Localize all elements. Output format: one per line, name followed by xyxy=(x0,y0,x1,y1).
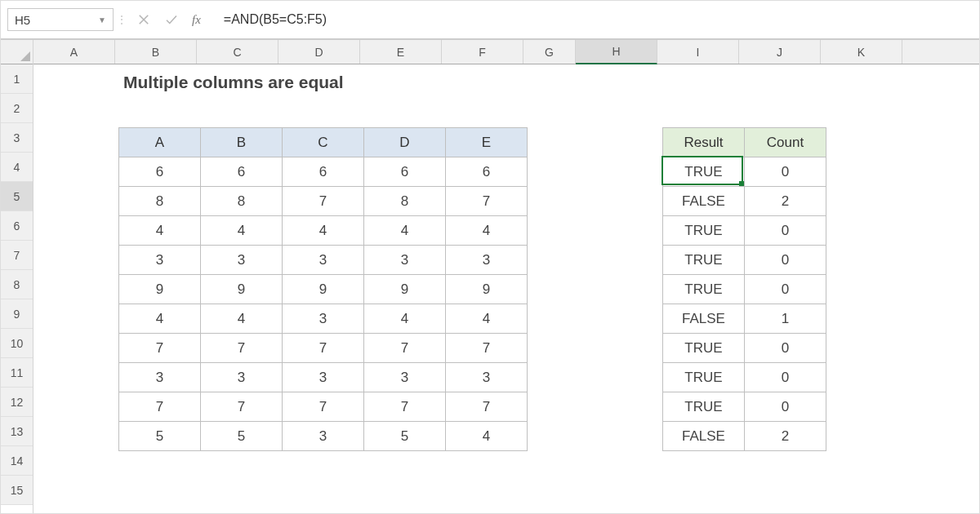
table-cell[interactable]: 4 xyxy=(446,304,528,334)
row-header-11[interactable]: 11 xyxy=(1,358,33,388)
column-header-i[interactable]: I xyxy=(657,40,739,64)
table-cell[interactable]: 0 xyxy=(745,392,826,422)
table-cell[interactable]: 7 xyxy=(201,334,283,363)
row-header-10[interactable]: 10 xyxy=(1,329,33,358)
table-header[interactable]: B xyxy=(201,128,283,157)
table-cell[interactable]: 3 xyxy=(201,363,283,392)
table-header[interactable]: Result xyxy=(663,128,745,157)
table-cell[interactable]: 4 xyxy=(119,304,201,334)
row-header-13[interactable]: 13 xyxy=(1,417,33,446)
table-cell[interactable]: 5 xyxy=(119,422,201,451)
table-cell[interactable]: 4 xyxy=(446,422,528,451)
table-cell[interactable]: 7 xyxy=(364,334,446,363)
table-header[interactable]: C xyxy=(283,128,364,157)
table-cell[interactable]: TRUE xyxy=(663,392,745,422)
table-cell[interactable]: 9 xyxy=(364,275,446,304)
table-cell[interactable]: TRUE xyxy=(663,246,745,275)
table-header[interactable]: A xyxy=(119,128,201,157)
table-cell[interactable]: 3 xyxy=(364,363,446,392)
table-cell[interactable]: 9 xyxy=(201,275,283,304)
table-header[interactable]: D xyxy=(364,128,446,157)
table-cell[interactable]: 4 xyxy=(201,304,283,334)
name-box[interactable]: H5 ▼ xyxy=(7,8,114,31)
row-header-4[interactable]: 4 xyxy=(1,153,33,182)
table-cell[interactable]: FALSE xyxy=(663,187,745,216)
accept-formula-button[interactable] xyxy=(158,8,185,31)
table-cell[interactable]: 4 xyxy=(283,216,364,246)
table-cell[interactable]: 8 xyxy=(119,187,201,216)
table-cell[interactable]: 0 xyxy=(745,157,826,187)
spreadsheet-grid[interactable]: 123456789101112131415 ABCDEFGHIJK Multip… xyxy=(1,40,979,513)
column-header-f[interactable]: F xyxy=(442,40,523,64)
table-cell[interactable]: 7 xyxy=(446,187,528,216)
table-cell[interactable]: 0 xyxy=(745,275,826,304)
table-cell[interactable]: 8 xyxy=(364,187,446,216)
table-cell[interactable]: 9 xyxy=(446,275,528,304)
table-cell[interactable]: 4 xyxy=(446,216,528,246)
table-cell[interactable]: 6 xyxy=(119,157,201,187)
table-cell[interactable]: 9 xyxy=(119,275,201,304)
table-cell[interactable]: 7 xyxy=(283,392,364,422)
table-cell[interactable]: 7 xyxy=(119,392,201,422)
fx-label[interactable]: fx xyxy=(185,13,207,27)
table-cell[interactable]: 2 xyxy=(745,187,826,216)
table-cell[interactable]: 7 xyxy=(283,334,364,363)
table-cell[interactable]: 6 xyxy=(283,157,364,187)
table-cell[interactable]: TRUE xyxy=(663,363,745,392)
table-cell[interactable]: 3 xyxy=(283,422,364,451)
table-cell[interactable]: 0 xyxy=(745,216,826,246)
row-header-7[interactable]: 7 xyxy=(1,241,33,270)
column-header-g[interactable]: G xyxy=(523,40,576,64)
table-cell[interactable]: 7 xyxy=(283,187,364,216)
table-cell[interactable]: TRUE xyxy=(663,275,745,304)
table-cell[interactable]: 3 xyxy=(283,304,364,334)
table-cell[interactable]: 9 xyxy=(283,275,364,304)
row-header-2[interactable]: 2 xyxy=(1,94,33,123)
table-cell[interactable]: 2 xyxy=(745,422,826,451)
table-cell[interactable]: 4 xyxy=(364,216,446,246)
row-header-12[interactable]: 12 xyxy=(1,388,33,417)
table-cell[interactable]: 6 xyxy=(364,157,446,187)
row-header-8[interactable]: 8 xyxy=(1,270,33,299)
row-header-15[interactable]: 15 xyxy=(1,476,33,505)
table-header[interactable]: Count xyxy=(745,128,826,157)
row-header-1[interactable]: 1 xyxy=(1,64,33,94)
row-header-6[interactable]: 6 xyxy=(1,211,33,241)
row-header-3[interactable]: 3 xyxy=(1,123,33,153)
row-header-5[interactable]: 5 xyxy=(1,182,33,211)
column-header-e[interactable]: E xyxy=(360,40,442,64)
table-cell[interactable]: 5 xyxy=(364,422,446,451)
table-cell[interactable]: 4 xyxy=(201,216,283,246)
column-header-h[interactable]: H xyxy=(576,40,657,64)
table-cell[interactable]: 3 xyxy=(201,246,283,275)
table-cell[interactable]: 3 xyxy=(283,246,364,275)
table-header[interactable]: E xyxy=(446,128,528,157)
table-cell[interactable]: TRUE xyxy=(663,216,745,246)
table-cell[interactable]: 3 xyxy=(119,363,201,392)
column-header-j[interactable]: J xyxy=(739,40,821,64)
row-header-14[interactable]: 14 xyxy=(1,446,33,476)
table-cell[interactable]: 1 xyxy=(745,304,826,334)
table-cell[interactable]: 3 xyxy=(119,246,201,275)
table-cell[interactable]: 4 xyxy=(119,216,201,246)
table-cell[interactable]: 5 xyxy=(201,422,283,451)
table-cell[interactable]: 4 xyxy=(364,304,446,334)
table-cell[interactable]: 6 xyxy=(201,157,283,187)
table-cell[interactable]: TRUE xyxy=(663,334,745,363)
select-all-corner[interactable] xyxy=(1,40,33,64)
table-cell[interactable]: 3 xyxy=(446,246,528,275)
table-cell[interactable]: TRUE xyxy=(663,157,745,187)
table-cell[interactable]: FALSE xyxy=(663,304,745,334)
table-cell[interactable]: 7 xyxy=(364,392,446,422)
column-header-c[interactable]: C xyxy=(197,40,278,64)
column-header-k[interactable]: K xyxy=(821,40,902,64)
table-cell[interactable]: 3 xyxy=(446,363,528,392)
table-cell[interactable]: 8 xyxy=(201,187,283,216)
table-cell[interactable]: FALSE xyxy=(663,422,745,451)
table-cell[interactable]: 7 xyxy=(119,334,201,363)
row-header-9[interactable]: 9 xyxy=(1,299,33,329)
column-header-d[interactable]: D xyxy=(278,40,360,64)
formula-input[interactable] xyxy=(207,8,979,31)
column-header-a[interactable]: A xyxy=(33,40,115,64)
chevron-down-icon[interactable]: ▼ xyxy=(98,16,106,24)
